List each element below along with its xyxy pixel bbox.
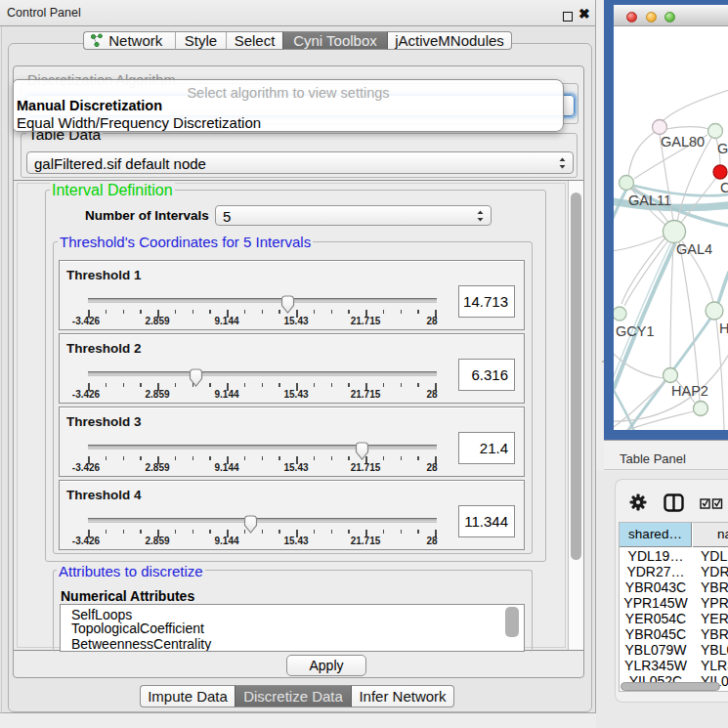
svg-text:C: C: [720, 180, 728, 195]
svg-text:GAL11: GAL11: [628, 193, 671, 208]
svg-text:HAP2: HAP2: [671, 383, 708, 399]
svg-text:H: H: [719, 321, 728, 336]
svg-text:GAL80: GAL80: [661, 134, 705, 150]
svg-text:GCY1: GCY1: [616, 323, 655, 339]
svg-text:GAL4: GAL4: [676, 241, 712, 257]
svg-text:GA: GA: [717, 141, 728, 156]
